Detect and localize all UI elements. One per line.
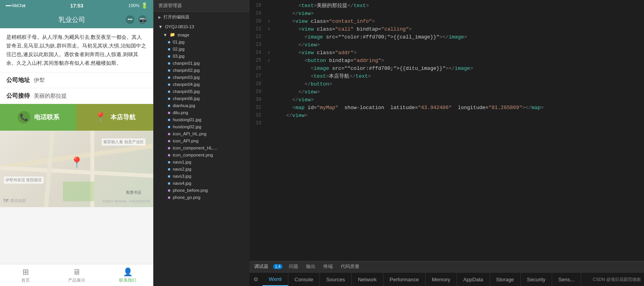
file-item[interactable]: ■icon_component_HL.... — [154, 144, 250, 151]
nav-label: 本店导航 — [110, 113, 136, 122]
file-name: 01.jpg — [173, 40, 185, 44]
settings-icon: ⚙ — [253, 276, 259, 282]
bottom-tab-sources[interactable]: Sources — [320, 273, 352, 286]
debug-tab-output[interactable]: 输出 — [305, 262, 317, 271]
file-name: chanpin02.jpg — [173, 68, 200, 73]
file-icon: ■ — [168, 61, 171, 66]
bottom-tab-memory[interactable]: Memory — [426, 273, 457, 286]
company-info: 公司地址 伊犁 公司接待 美丽的那拉提 — [0, 72, 153, 104]
phone-panel: ••••• WeChat 17:53 100% 🔋 乳业公司 ••• 📷 是稍稍… — [0, 0, 153, 286]
file-name: dianhua.jpg — [173, 103, 195, 108]
code-line: 20∨ <view class="contaxt_info"> — [250, 17, 644, 25]
file-item[interactable]: ■phone_before.png — [154, 187, 250, 194]
line-content: <image src=""color:#ffd700;">{{ditu_imag… — [274, 66, 473, 71]
file-item[interactable]: ■huodong02.jpg — [154, 123, 250, 130]
nav-button[interactable]: 📍 本店导航 — [77, 104, 153, 131]
file-item[interactable]: ■icon_API.png — [154, 137, 250, 144]
line-number: 25 — [253, 58, 268, 63]
file-item[interactable]: ■03.jpg — [154, 53, 250, 60]
file-item[interactable]: ■02.jpg — [154, 46, 250, 53]
products-icon: 🖥 — [73, 268, 81, 277]
file-item[interactable]: ■chanpin02.jpg — [154, 67, 250, 74]
open-editors-section[interactable]: ▶ 打开的编辑器 — [154, 12, 250, 22]
file-icon: ■ — [168, 131, 171, 136]
debug-tab-quality[interactable]: 代码质量 — [339, 262, 361, 271]
line-content: <view class="call" bindtap="calling"> — [274, 26, 412, 32]
debug-tab-issues[interactable]: 问题 — [287, 262, 300, 271]
file-item[interactable]: ■01.jpg — [154, 38, 250, 46]
battery-icon: 🔋 — [141, 2, 148, 9]
file-item[interactable]: ■huodong01.jpg — [154, 116, 250, 123]
address-row: 公司地址 伊犁 — [0, 73, 153, 88]
map-label-hospital: 伊犁州友谊 医院新区 — [4, 177, 44, 184]
folder-arrow: ▼ — [163, 33, 167, 37]
file-item[interactable]: ■ditu.png — [154, 109, 250, 116]
bottom-right: CSDN @项目花园范德彪 — [593, 277, 644, 282]
file-item[interactable]: ■chanpin03.jpg — [154, 74, 250, 81]
bottom-tab-storage[interactable]: Storage — [490, 273, 521, 286]
debug-tab-terminal[interactable]: 终端 — [322, 262, 334, 271]
project-name-label: OYQJ-0810-13 — [165, 24, 194, 29]
line-number: 31 — [253, 105, 268, 110]
line-arrow: ∨ — [268, 19, 274, 24]
line-number: 30 — [253, 97, 268, 102]
file-item[interactable]: ■phone_go.png — [154, 194, 250, 201]
map-bookstore: 青墨书店 — [126, 190, 141, 195]
map-area[interactable]: 紫苏丽人素 创意产业区 伊犁州友谊 医院新区 青墨书店 📍 🗺 腾讯地图 ©20… — [0, 131, 153, 207]
file-item[interactable]: ■dianhua.jpg — [154, 102, 250, 109]
file-item[interactable]: ■navs3.jpg — [154, 173, 250, 180]
line-number: 18 — [253, 3, 268, 8]
bottom-tab-wxml[interactable]: Wxml — [262, 273, 288, 286]
file-item[interactable]: ■navs1.jpg — [154, 158, 250, 166]
file-name: 02.jpg — [173, 47, 185, 51]
bottom-tab-security[interactable]: Security — [521, 273, 552, 286]
bottom-tab-network[interactable]: Network — [352, 273, 383, 286]
nav-home[interactable]: ⊞ 首页 — [0, 264, 51, 286]
line-content: <view class="addr"> — [274, 50, 357, 56]
location-icon: 📍 — [95, 112, 106, 123]
bottom-tab-performance[interactable]: Performance — [383, 273, 426, 286]
code-line: 32 </view> — [250, 111, 644, 119]
camera-icon[interactable]: 📷 — [138, 15, 147, 24]
line-content: </view> — [274, 97, 314, 103]
status-right: 100% 🔋 — [128, 2, 148, 9]
file-name: 03.jpg — [173, 54, 185, 58]
file-item[interactable]: ■navs2.jpg — [154, 166, 250, 173]
project-item[interactable]: ▼ OYQJ-0810-13 — [154, 22, 250, 31]
file-panel-header: 资源管理器 — [154, 0, 250, 12]
nav-contact-label: 联系我们 — [119, 277, 136, 283]
file-icon: ■ — [168, 103, 171, 108]
csdn-label: CSDN @项目花园范德彪 — [593, 277, 641, 282]
file-icon: ■ — [168, 110, 171, 115]
image-folder[interactable]: ▼ 📁 image — [154, 31, 250, 38]
file-item[interactable]: ■icon_API_HL.png — [154, 130, 250, 137]
line-content: </view> — [274, 11, 314, 16]
file-icon: ■ — [168, 188, 171, 193]
line-number: 23 — [253, 42, 268, 47]
file-item[interactable]: ■chanpin06.jpg — [154, 95, 250, 102]
bottom-tab-console[interactable]: Console — [288, 273, 320, 286]
line-content: </button> — [274, 81, 332, 87]
bottom-tab-appdata[interactable]: AppData — [457, 273, 490, 286]
file-item[interactable]: ■chanpin05.jpg — [154, 88, 250, 95]
call-button[interactable]: 📞 电话联系 — [0, 104, 77, 131]
line-number: 29 — [253, 89, 268, 95]
address-value: 伊犁 — [34, 77, 45, 84]
bottom-tab-sens...[interactable]: Sens... — [552, 273, 581, 286]
code-line: 33 — [250, 119, 644, 127]
nav-products-label: 产品展示 — [68, 277, 85, 283]
map-marker: 📍 — [70, 156, 84, 169]
file-item[interactable]: ■icon_component.png — [154, 151, 250, 158]
file-icon: ■ — [168, 68, 171, 73]
file-item[interactable]: ■chanpin04.jpg — [154, 81, 250, 88]
code-lines[interactable]: 18 <text>美丽的那拉提</text>19 </view>20∨ <vie… — [250, 0, 644, 261]
contact-row: 公司接待 美丽的那拉提 — [0, 88, 153, 104]
bottom-left-icon[interactable]: ⚙ — [250, 276, 262, 282]
file-item[interactable]: ■navs4.jpg — [154, 180, 250, 187]
file-name: chanpin06.jpg — [173, 96, 200, 101]
map-watermark: 🗺 腾讯地图 — [3, 198, 26, 204]
menu-dots[interactable]: ••• — [126, 15, 134, 24]
nav-contact[interactable]: 👤 联系我们 — [102, 264, 153, 286]
nav-products[interactable]: 🖥 产品展示 — [51, 264, 102, 286]
file-item[interactable]: ■chanpin01.jpg — [154, 60, 250, 67]
